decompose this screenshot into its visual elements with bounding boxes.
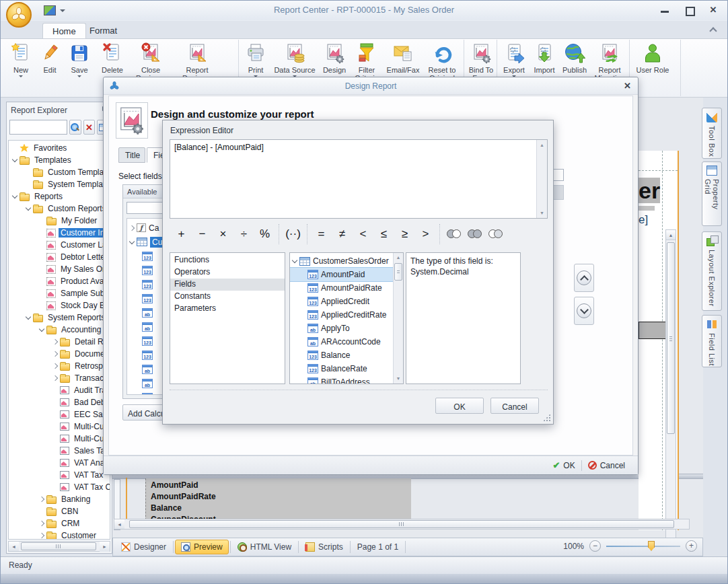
tree-item-audit-tra[interactable]: Audit Tra <box>9 384 110 396</box>
view-tab-designer[interactable]: Designer <box>116 540 172 554</box>
tree-item-multi-cu[interactable]: Multi-Cu <box>9 421 110 433</box>
scroll-down-icon[interactable]: ▼ <box>537 208 547 218</box>
expand-icon[interactable] <box>52 338 60 346</box>
field-row-balancerate[interactable]: BalanceRate <box>290 362 403 375</box>
expand-icon[interactable] <box>38 519 46 527</box>
tree-item-vat-tax-c[interactable]: VAT Tax C <box>9 481 110 493</box>
search-button[interactable] <box>69 120 81 135</box>
export-button[interactable]: Export <box>499 40 530 79</box>
move-down-button[interactable] <box>574 297 594 325</box>
horizontal-scrollbar[interactable]: ◄ <box>114 519 690 530</box>
tree-item-sales-ta[interactable]: Sales Ta <box>9 445 110 457</box>
expand-icon[interactable] <box>52 350 60 358</box>
field-row-balance[interactable]: Balance <box>290 349 403 362</box>
expand-icon[interactable] <box>52 374 60 382</box>
view-tab-scripts[interactable]: Scripts <box>300 540 349 554</box>
tree-item-my-folder[interactable]: My Folder <box>9 215 110 227</box>
dialog-ok-button[interactable]: ✔OK <box>546 460 581 470</box>
close-button[interactable]: ✕ <box>708 6 718 14</box>
design-button[interactable]: Design <box>318 40 351 74</box>
print-button[interactable]: Print <box>240 40 271 79</box>
reset-to-original-button[interactable]: Reset to Original <box>423 40 461 82</box>
dock-tab-property-grid[interactable]: Property Grid <box>702 161 722 226</box>
clear-search-button[interactable]: ✕ <box>83 120 96 135</box>
tab-title[interactable]: Title <box>118 147 145 163</box>
tree-item-detail-re[interactable]: Detail Re <box>9 336 110 348</box>
tree-item-customer-in[interactable]: Customer In <box>9 227 110 239</box>
operator-button[interactable]: (··) <box>283 224 303 244</box>
import-button[interactable]: Import <box>530 40 559 74</box>
venn-left-icon[interactable] <box>447 229 461 239</box>
collapse-icon[interactable] <box>11 156 20 164</box>
expand-icon[interactable] <box>38 495 46 503</box>
tree-item-eec-sale[interactable]: EEC Sale <box>9 408 110 421</box>
tree-item-reports[interactable]: Reports <box>9 190 110 203</box>
zoom-slider[interactable] <box>606 540 680 552</box>
category-constants[interactable]: Constants <box>170 291 285 303</box>
tree-item-system-reports[interactable]: System Reports <box>9 312 110 324</box>
dialog-cancel-button[interactable]: Cancel <box>582 461 631 470</box>
tree-item-bad-deb[interactable]: Bad Deb <box>9 396 110 408</box>
tree-item-customer[interactable]: Customer <box>9 530 110 540</box>
collapse-icon[interactable] <box>25 205 33 213</box>
operator-button[interactable]: ≠ <box>332 224 353 244</box>
expression-ok-button[interactable]: OK <box>435 398 484 414</box>
expression-cancel-button[interactable]: Cancel <box>490 398 539 414</box>
scroll-left-icon[interactable]: ◄ <box>114 519 124 529</box>
email-fax-button[interactable]: Email/Fax <box>383 40 423 74</box>
collapse-icon[interactable] <box>25 314 33 322</box>
dialog-close-icon[interactable]: ✕ <box>624 81 631 91</box>
quick-access-dropdown-icon[interactable] <box>60 9 65 15</box>
tree-item-cbn[interactable]: CBN <box>9 505 110 517</box>
scroll-right-icon[interactable]: ► <box>100 542 110 552</box>
tree-item-templates[interactable]: Templates <box>9 154 110 166</box>
ribbon-collapse-icon[interactable] <box>710 28 717 32</box>
scroll-left-icon[interactable]: ◄ <box>9 542 19 551</box>
dock-tab-field-list[interactable]: Field List <box>702 315 722 367</box>
operator-button[interactable]: × <box>213 224 233 244</box>
collapse-icon[interactable] <box>38 326 46 334</box>
tree-item-sample-subr[interactable]: Sample Subr <box>9 287 110 299</box>
dialog-title-bar[interactable]: Design Report ✕ <box>104 77 638 95</box>
field-row-billtoaddress[interactable]: BillToAddress <box>290 375 403 384</box>
new-button[interactable]: New <box>6 40 36 79</box>
app-logo-icon[interactable] <box>6 2 32 28</box>
dock-tab-tool-box[interactable]: Tool Box <box>702 108 722 159</box>
publish-button[interactable]: Publish <box>559 40 590 74</box>
operator-button[interactable]: ≤ <box>373 224 394 244</box>
operator-button[interactable]: ÷ <box>233 224 254 244</box>
category-functions[interactable]: Functions <box>170 254 285 266</box>
collapse-icon[interactable] <box>129 238 137 246</box>
vertical-scrollbar[interactable]: ▲ <box>665 229 676 584</box>
expression-scrollbar[interactable]: ▲ ▼ <box>536 140 547 218</box>
tree-item-docume[interactable]: Docume <box>9 348 110 360</box>
field-row-appliedcreditrate[interactable]: AppliedCreditRate <box>290 308 403 322</box>
field-row-appliedcredit[interactable]: AppliedCredit <box>290 295 403 308</box>
tree-item-crm[interactable]: CRM <box>9 517 110 530</box>
view-tab-preview[interactable]: Preview <box>175 540 229 554</box>
field-row-araccountcode[interactable]: ARAccountCode <box>290 335 403 349</box>
filter-criteria-button[interactable]: Filter Criteria <box>351 40 383 82</box>
tree-horizontal-scrollbar[interactable]: ◄ ► <box>8 541 110 552</box>
operator-button[interactable]: − <box>192 224 213 244</box>
expand-icon[interactable] <box>129 224 137 232</box>
delete-button[interactable]: Delete <box>95 40 130 74</box>
category-fields[interactable]: Fields <box>170 279 285 291</box>
expand-icon[interactable] <box>38 532 46 540</box>
fields-scrollbar[interactable]: ▲ ▼ <box>393 253 403 384</box>
tree-item-customer-la[interactable]: Customer La <box>9 239 110 251</box>
restore-button[interactable] <box>684 6 694 14</box>
save-button[interactable]: Save <box>64 40 95 79</box>
tab-format[interactable]: Format <box>80 23 126 38</box>
operator-button[interactable]: ≥ <box>394 224 415 244</box>
tree-item-retrospe[interactable]: Retrospe <box>9 360 110 372</box>
category-parameters[interactable]: Parameters <box>170 303 285 315</box>
tree-item-transact[interactable]: Transact <box>9 372 110 384</box>
operator-button[interactable]: % <box>254 224 275 244</box>
scroll-thumb[interactable] <box>21 542 96 550</box>
field-row-amountpaid[interactable]: AmountPaid <box>290 268 403 281</box>
view-tab-html-view[interactable]: HTML View <box>232 540 297 554</box>
tree-item-stock-day-b[interactable]: Stock Day B <box>9 299 110 312</box>
scroll-down-icon[interactable]: ▼ <box>394 374 403 384</box>
fields-root-row[interactable]: CustomerSalesOrder <box>290 254 403 268</box>
